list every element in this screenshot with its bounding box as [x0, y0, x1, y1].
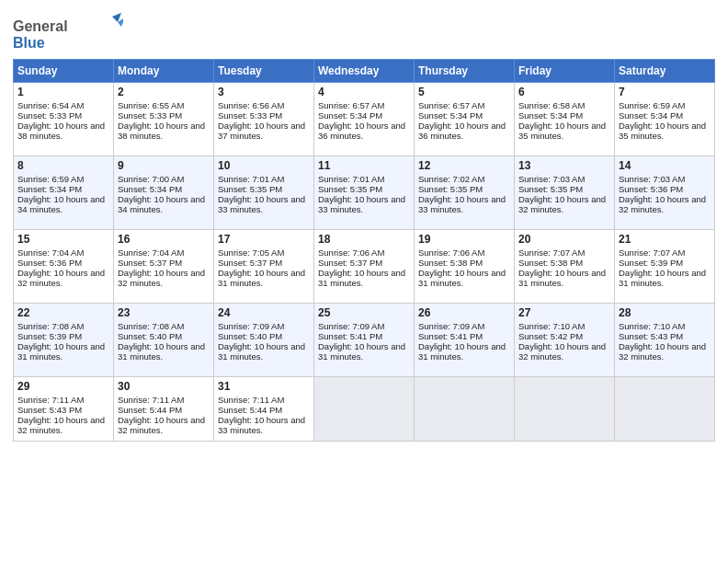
sunset: Sunset: 5:34 PM [17, 184, 82, 194]
sunrise: Sunrise: 7:04 AM [17, 247, 84, 258]
sunset: Sunset: 5:39 PM [619, 258, 683, 268]
daylight: Daylight: 10 hours and 32 minutes. [518, 194, 606, 214]
calendar-cell: 5Sunrise: 6:57 AMSunset: 5:34 PMDaylight… [415, 83, 515, 156]
daylight: Daylight: 10 hours and 31 minutes. [17, 341, 105, 362]
calendar-cell: 10Sunrise: 7:01 AMSunset: 5:35 PMDayligh… [214, 156, 314, 230]
daylight: Daylight: 10 hours and 32 minutes. [619, 341, 706, 362]
calendar-cell: 11Sunrise: 7:01 AMSunset: 5:35 PMDayligh… [314, 156, 415, 230]
col-saturday: Saturday [615, 60, 715, 83]
daylight: Daylight: 10 hours and 31 minutes. [518, 268, 606, 288]
calendar-cell: 28Sunrise: 7:10 AMSunset: 5:43 PMDayligh… [615, 304, 715, 377]
calendar-cell: 20Sunrise: 7:07 AMSunset: 5:38 PMDayligh… [515, 230, 615, 304]
day-number: 27 [518, 306, 610, 319]
day-number: 14 [619, 159, 711, 172]
calendar-cell: 16Sunrise: 7:04 AMSunset: 5:37 PMDayligh… [114, 230, 214, 304]
calendar-cell: 23Sunrise: 7:08 AMSunset: 5:40 PMDayligh… [114, 304, 214, 377]
sunrise: Sunrise: 7:04 AM [118, 247, 184, 258]
sunset: Sunset: 5:40 PM [118, 331, 182, 341]
sunset: Sunset: 5:38 PM [518, 258, 583, 268]
calendar-cell: 7Sunrise: 6:59 AMSunset: 5:34 PMDaylight… [615, 83, 715, 156]
sunrise: Sunrise: 6:58 AM [518, 100, 585, 110]
calendar-cell: 3Sunrise: 6:56 AMSunset: 5:33 PMDaylight… [214, 83, 314, 156]
daylight: Daylight: 10 hours and 33 minutes. [218, 194, 305, 214]
day-number: 21 [619, 233, 711, 246]
calendar-cell [314, 377, 415, 442]
calendar-cell: 30Sunrise: 7:11 AMSunset: 5:44 PMDayligh… [114, 377, 214, 442]
sunrise: Sunrise: 6:55 AM [118, 100, 184, 110]
calendar-cell: 6Sunrise: 6:58 AMSunset: 5:34 PMDaylight… [515, 83, 615, 156]
daylight: Daylight: 10 hours and 33 minutes. [318, 194, 405, 214]
calendar-cell: 12Sunrise: 7:02 AMSunset: 5:35 PMDayligh… [415, 156, 515, 230]
sunrise: Sunrise: 6:59 AM [619, 100, 685, 110]
day-number: 16 [118, 233, 210, 246]
day-number: 24 [218, 306, 310, 319]
sunset: Sunset: 5:43 PM [619, 331, 683, 341]
daylight: Daylight: 10 hours and 31 minutes. [318, 341, 405, 362]
sunset: Sunset: 5:33 PM [218, 110, 282, 121]
sunrise: Sunrise: 7:07 AM [619, 247, 685, 258]
col-sunday: Sunday [14, 60, 114, 83]
day-number: 11 [318, 159, 410, 172]
calendar-cell: 24Sunrise: 7:09 AMSunset: 5:40 PMDayligh… [214, 304, 314, 377]
day-number: 22 [17, 306, 109, 319]
sunrise: Sunrise: 6:57 AM [318, 100, 384, 110]
daylight: Daylight: 10 hours and 32 minutes. [17, 268, 105, 288]
sunset: Sunset: 5:41 PM [418, 331, 483, 341]
daylight: Daylight: 10 hours and 33 minutes. [418, 194, 506, 214]
sunrise: Sunrise: 7:01 AM [318, 174, 384, 184]
day-number: 10 [218, 159, 310, 172]
day-number: 23 [118, 306, 210, 319]
calendar-cell [415, 377, 515, 442]
calendar-cell: 26Sunrise: 7:09 AMSunset: 5:41 PMDayligh… [415, 304, 515, 377]
calendar-cell: 13Sunrise: 7:03 AMSunset: 5:35 PMDayligh… [515, 156, 615, 230]
sunset: Sunset: 5:35 PM [218, 184, 282, 194]
sunrise: Sunrise: 7:02 AM [418, 174, 484, 184]
sunset: Sunset: 5:33 PM [17, 110, 82, 121]
sunset: Sunset: 5:42 PM [518, 331, 583, 341]
daylight: Daylight: 10 hours and 38 minutes. [17, 121, 105, 141]
day-number: 4 [318, 86, 410, 98]
logo-svg: General Blue [13, 13, 123, 53]
daylight: Daylight: 10 hours and 34 minutes. [118, 194, 205, 214]
daylight: Daylight: 10 hours and 32 minutes. [118, 415, 205, 435]
header-row: Sunday Monday Tuesday Wednesday Thursday… [14, 60, 715, 83]
col-thursday: Thursday [415, 60, 515, 83]
sunset: Sunset: 5:33 PM [118, 110, 182, 121]
sunrise: Sunrise: 7:09 AM [218, 321, 284, 331]
sunrise: Sunrise: 7:06 AM [418, 247, 484, 258]
sunrise: Sunrise: 7:08 AM [17, 321, 84, 331]
daylight: Daylight: 10 hours and 32 minutes. [17, 415, 105, 435]
day-number: 31 [218, 380, 310, 393]
sunset: Sunset: 5:35 PM [318, 184, 382, 194]
daylight: Daylight: 10 hours and 32 minutes. [518, 341, 606, 362]
calendar-week-4: 22Sunrise: 7:08 AMSunset: 5:39 PMDayligh… [14, 304, 715, 377]
sunset: Sunset: 5:35 PM [518, 184, 583, 194]
sunset: Sunset: 5:37 PM [118, 258, 182, 268]
sunset: Sunset: 5:34 PM [318, 110, 382, 121]
daylight: Daylight: 10 hours and 31 minutes. [218, 341, 305, 362]
sunrise: Sunrise: 6:56 AM [218, 100, 284, 110]
sunrise: Sunrise: 7:09 AM [418, 321, 484, 331]
svg-text:General: General [13, 18, 68, 34]
sunset: Sunset: 5:36 PM [619, 184, 683, 194]
sunrise: Sunrise: 7:06 AM [318, 247, 384, 258]
sunrise: Sunrise: 7:00 AM [118, 174, 184, 184]
sunset: Sunset: 5:44 PM [218, 405, 282, 415]
day-number: 28 [619, 306, 711, 319]
sunset: Sunset: 5:40 PM [218, 331, 282, 341]
sunset: Sunset: 5:39 PM [17, 331, 82, 341]
day-number: 29 [17, 380, 109, 393]
daylight: Daylight: 10 hours and 36 minutes. [318, 121, 405, 141]
day-number: 26 [418, 306, 510, 319]
day-number: 12 [418, 159, 510, 172]
sunset: Sunset: 5:34 PM [418, 110, 483, 121]
calendar-cell: 19Sunrise: 7:06 AMSunset: 5:38 PMDayligh… [415, 230, 515, 304]
day-number: 25 [318, 306, 410, 319]
calendar-week-3: 15Sunrise: 7:04 AMSunset: 5:36 PMDayligh… [14, 230, 715, 304]
daylight: Daylight: 10 hours and 33 minutes. [218, 415, 305, 435]
sunrise: Sunrise: 7:03 AM [518, 174, 585, 184]
calendar-cell: 27Sunrise: 7:10 AMSunset: 5:42 PMDayligh… [515, 304, 615, 377]
daylight: Daylight: 10 hours and 31 minutes. [118, 341, 205, 362]
daylight: Daylight: 10 hours and 34 minutes. [17, 194, 105, 214]
calendar-cell: 25Sunrise: 7:09 AMSunset: 5:41 PMDayligh… [314, 304, 415, 377]
